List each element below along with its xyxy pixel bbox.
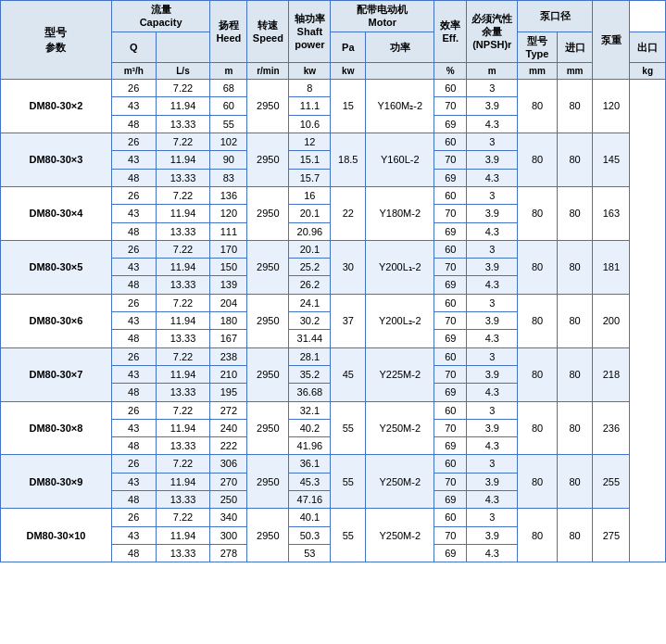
- motor-kw-cell: 37: [331, 294, 366, 347]
- q-m3-cell: 43: [111, 151, 156, 169]
- q-m3-cell: 43: [111, 526, 156, 544]
- npsh-cell: 3.9: [467, 473, 518, 490]
- inlet-header: 进口: [557, 32, 593, 63]
- q-ls-cell: 13.33: [156, 169, 210, 186]
- pa-cell: 15.1: [289, 151, 331, 169]
- table-row: DM80-30×5267.22170295020.130Y200L₁-26038…: [1, 240, 666, 258]
- speed-cell: 2950: [247, 509, 289, 562]
- capacity-header: 流量 Capacity: [111, 1, 210, 32]
- outlet-cell: 80: [557, 294, 593, 347]
- head-header: 扬程 Heed: [210, 1, 247, 63]
- npsh-cell: 3: [467, 294, 518, 311]
- npsh-cell: 3: [467, 133, 518, 151]
- inlet-cell: 80: [518, 186, 557, 240]
- q-ls-cell: 13.33: [156, 276, 210, 294]
- q-ls-cell: 11.94: [156, 473, 210, 490]
- h-cell: 60: [210, 97, 247, 115]
- q-ls-cell: 7.22: [156, 133, 210, 151]
- pct-unit: %: [434, 63, 467, 80]
- port-header: 泵口径: [518, 1, 593, 32]
- eff-cell: 70: [434, 365, 467, 383]
- q-ls-cell: 11.94: [156, 526, 210, 544]
- pa-cell: 32.1: [289, 401, 331, 419]
- motor-kw-cell: 18.5: [331, 133, 366, 187]
- h-unit: m: [210, 63, 247, 80]
- speed-cell: 2950: [247, 240, 289, 294]
- eff-cell: 70: [434, 526, 467, 544]
- table-row: DM80-30×9267.22306295036.155Y250M-260380…: [1, 455, 666, 473]
- npsh-cell: 4.3: [467, 222, 518, 240]
- npsh-cell: 3.9: [467, 365, 518, 383]
- m-unit: m: [467, 63, 518, 80]
- npsh-cell: 3.9: [467, 312, 518, 330]
- pa-cell: 20.1: [289, 240, 331, 258]
- h-cell: 120: [210, 205, 247, 222]
- mm2-unit: mm: [557, 63, 593, 80]
- q-m3-cell: 48: [111, 330, 156, 347]
- eff-cell: 70: [434, 473, 467, 490]
- table-row: DM80-30×4267.2213629501622Y180M-26038080…: [1, 186, 666, 204]
- weight-cell: 120: [593, 80, 630, 133]
- weight-cell: 218: [593, 347, 630, 401]
- npsh-cell: 4.3: [467, 169, 518, 186]
- npsh-cell: 3.9: [467, 526, 518, 544]
- weight-cell: 145: [593, 133, 630, 187]
- npsh-cell: 3: [467, 186, 518, 204]
- inlet-cell: 80: [518, 294, 557, 347]
- pa-cell: 12: [289, 133, 331, 151]
- model-cell: DM80-30×9: [1, 455, 112, 509]
- q-ls-cell: 11.94: [156, 312, 210, 330]
- model-cell: DM80-30×3: [1, 133, 112, 187]
- h-cell: 68: [210, 80, 247, 97]
- npsh-cell: 3.9: [467, 151, 518, 169]
- h-cell: 83: [210, 169, 247, 186]
- pa-cell: 15.7: [289, 169, 331, 186]
- outlet-cell: 80: [557, 186, 593, 240]
- pa-cell: 8: [289, 80, 331, 97]
- pa-cell: 28.1: [289, 347, 331, 365]
- npsh-cell: 3.9: [467, 419, 518, 436]
- pa-cell: 26.2: [289, 276, 331, 294]
- eff-cell: 60: [434, 80, 467, 97]
- pa-cell: 45.3: [289, 473, 331, 490]
- inlet-cell: 80: [518, 401, 557, 455]
- h-cell: 270: [210, 473, 247, 490]
- q-m3-cell: 26: [111, 294, 156, 311]
- q-m3-cell: 43: [111, 365, 156, 383]
- pa-cell: 36.1: [289, 455, 331, 473]
- h-cell: 90: [210, 151, 247, 169]
- speed-cell: 2950: [247, 455, 289, 509]
- eff-cell: 69: [434, 384, 467, 401]
- pa-cell: 25.2: [289, 259, 331, 276]
- npsh-cell: 3: [467, 347, 518, 365]
- q-m3-cell: 48: [111, 437, 156, 455]
- weight-cell: 236: [593, 401, 630, 455]
- eff-cell: 70: [434, 419, 467, 436]
- motor-kw-cell: 22: [331, 186, 366, 240]
- npsh-cell: 4.3: [467, 115, 518, 133]
- n-unit: r/min: [247, 63, 289, 80]
- pa-cell: 30.2: [289, 312, 331, 330]
- q-ls-cell: 7.22: [156, 509, 210, 526]
- inlet-cell: 80: [518, 347, 557, 401]
- npsh-cell: 3: [467, 401, 518, 419]
- h-cell: 136: [210, 186, 247, 204]
- ls-unit: L/s: [156, 63, 210, 80]
- pa-cell: 50.3: [289, 526, 331, 544]
- table-row: DM80-30×10267.22340295040.155Y250M-26038…: [1, 509, 666, 526]
- q-ls-cell: 7.22: [156, 347, 210, 365]
- table-row: DM80-30×6267.22204295024.137Y200L₂-26038…: [1, 294, 666, 311]
- motor-power-header: 功率: [366, 32, 434, 63]
- h-cell: 300: [210, 526, 247, 544]
- weight-cell: 275: [593, 509, 630, 562]
- model-cell: DM80-30×4: [1, 186, 112, 240]
- pump-table: 型号 参数 流量 Capacity 扬程 Heed 转速 Speed 轴功率: [0, 0, 666, 562]
- table-row: DM80-30×2267.22682950815Y160M₂-260380801…: [1, 80, 666, 97]
- h-cell: 170: [210, 240, 247, 258]
- pa-cell: 11.1: [289, 97, 331, 115]
- q-m3-cell: 26: [111, 509, 156, 526]
- h-cell: 180: [210, 312, 247, 330]
- q-ls-cell: 13.33: [156, 384, 210, 401]
- speed-cell: 2950: [247, 133, 289, 187]
- motor-kw-cell: 30: [331, 240, 366, 294]
